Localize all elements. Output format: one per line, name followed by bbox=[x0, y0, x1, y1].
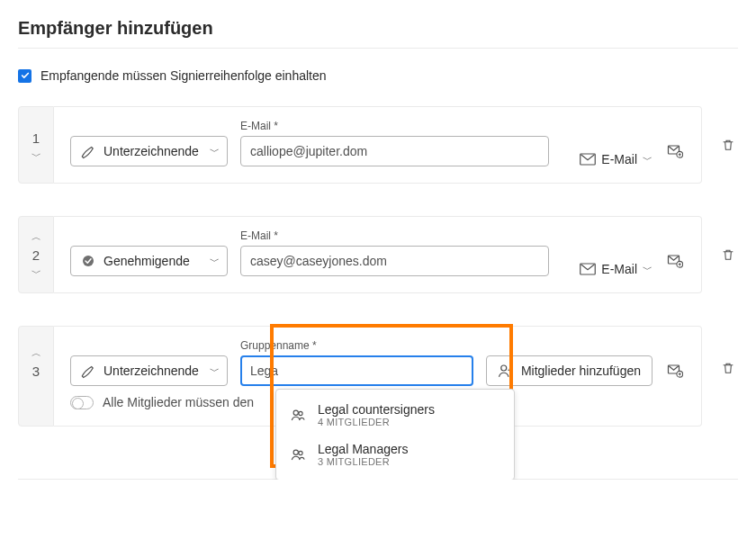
svg-point-12 bbox=[293, 450, 298, 454]
chevron-down-icon: ﹀ bbox=[210, 145, 220, 158]
svg-point-7 bbox=[501, 365, 507, 371]
pen-icon bbox=[80, 363, 96, 379]
email-label: E-Mail bbox=[240, 229, 549, 242]
add-message-button[interactable] bbox=[665, 141, 685, 161]
pen-icon bbox=[80, 143, 96, 159]
role-label: Unterzeichnende bbox=[104, 364, 202, 378]
recipient-number: 3 bbox=[32, 364, 40, 379]
group-suggestion-item[interactable]: Legal countersigners 4 MITGLIEDER bbox=[276, 395, 514, 435]
delete-recipient-button[interactable] bbox=[718, 358, 738, 378]
email-field-wrap: E-Mail bbox=[240, 229, 549, 276]
role-select[interactable]: Unterzeichnende ﹀ bbox=[70, 136, 228, 166]
delivery-select[interactable]: E-Mail ﹀ bbox=[580, 262, 652, 276]
recipient-handle[interactable]: 1 ﹀ bbox=[18, 106, 54, 184]
role-select[interactable]: Unterzeichnende ﹀ bbox=[70, 355, 228, 386]
recipient-handle[interactable]: ︿ 2 ﹀ bbox=[18, 216, 54, 293]
recipient-number: 1 bbox=[32, 130, 40, 146]
group-icon bbox=[289, 402, 307, 427]
delivery-label: E-Mail bbox=[601, 152, 637, 166]
chevron-up-icon[interactable]: ︿ bbox=[32, 346, 41, 360]
approve-icon bbox=[80, 253, 96, 269]
add-members-label: Mitglieder hinzufügen bbox=[521, 364, 641, 378]
envelope-icon bbox=[580, 263, 596, 275]
delete-recipient-button[interactable] bbox=[718, 245, 738, 265]
role-label: Unterzeichnende bbox=[104, 144, 202, 158]
recipient-handle[interactable]: ︿ 3 bbox=[18, 326, 54, 427]
divider bbox=[18, 48, 738, 49]
add-members-button[interactable]: Mitglieder hinzufügen bbox=[486, 355, 652, 386]
email-field-wrap: E-Mail bbox=[240, 120, 549, 166]
recipient-number: 2 bbox=[32, 247, 40, 263]
chevron-down-icon[interactable]: ﹀ bbox=[32, 266, 41, 280]
suggestion-name: Legal countersigners bbox=[318, 402, 435, 417]
toggle-off-icon[interactable] bbox=[70, 396, 94, 409]
add-message-button[interactable] bbox=[665, 251, 685, 271]
checkbox-checked-icon bbox=[18, 69, 32, 83]
group-suggestions-dropdown: Legal countersigners 4 MITGLIEDER Legal … bbox=[275, 389, 515, 480]
group-name-input[interactable] bbox=[240, 355, 473, 386]
svg-point-10 bbox=[293, 410, 298, 415]
svg-point-3 bbox=[83, 256, 94, 266]
role-select[interactable]: Genehmigende ﹀ bbox=[70, 246, 228, 276]
delivery-select[interactable]: E-Mail ﹀ bbox=[580, 152, 652, 166]
envelope-icon bbox=[580, 153, 596, 166]
group-suggestion-item[interactable]: Legal Managers 3 MITGLIEDER bbox=[276, 435, 514, 474]
delete-recipient-button[interactable] bbox=[718, 135, 738, 155]
email-label: E-Mail bbox=[240, 120, 549, 132]
group-name-label: Gruppenname bbox=[240, 339, 473, 352]
group-name-field-wrap: Gruppenname bbox=[240, 339, 473, 386]
chevron-down-icon: ﹀ bbox=[210, 364, 220, 378]
group-icon bbox=[289, 442, 307, 467]
chevron-down-icon: ﹀ bbox=[210, 255, 220, 268]
suggestion-members: 3 MITGLIEDER bbox=[318, 456, 408, 467]
chevron-up-icon[interactable]: ︿ bbox=[32, 230, 41, 244]
order-checkbox-row[interactable]: Empfangende müssen Signierreihenfolge ei… bbox=[18, 68, 738, 83]
chevron-down-icon[interactable]: ﹀ bbox=[32, 149, 41, 163]
svg-point-13 bbox=[299, 451, 302, 454]
svg-point-11 bbox=[299, 411, 302, 415]
delivery-label: E-Mail bbox=[601, 262, 637, 276]
role-label: Genehmigende bbox=[104, 254, 202, 268]
add-user-icon bbox=[498, 363, 514, 379]
suggestion-members: 4 MITGLIEDER bbox=[318, 417, 435, 427]
order-checkbox-label: Empfangende müssen Signierreihenfolge ei… bbox=[40, 68, 327, 83]
email-input[interactable] bbox=[240, 136, 549, 166]
chevron-down-icon: ﹀ bbox=[643, 263, 652, 276]
chevron-down-icon: ﹀ bbox=[643, 153, 652, 166]
email-input[interactable] bbox=[240, 246, 549, 276]
add-message-button[interactable] bbox=[665, 361, 685, 381]
suggestion-name: Legal Managers bbox=[318, 442, 408, 456]
page-title: Empfänger hinzufügen bbox=[18, 18, 738, 39]
all-members-label: Alle Mitglieder müssen den bbox=[103, 395, 254, 409]
